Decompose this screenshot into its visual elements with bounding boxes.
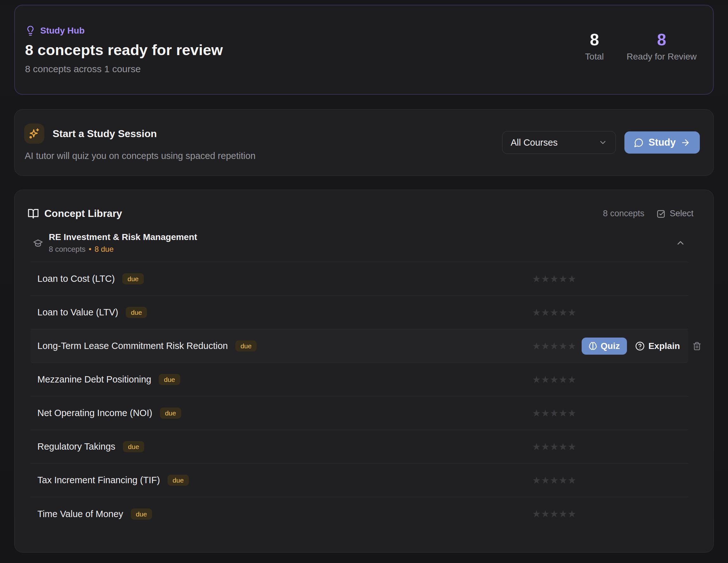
brain-icon bbox=[589, 342, 597, 350]
due-badge: due bbox=[168, 475, 189, 486]
concept-name: Regulatory Takings bbox=[37, 441, 115, 452]
concept-name: Loan to Value (LTV) bbox=[37, 307, 118, 317]
meta-separator: • bbox=[89, 245, 91, 254]
course-due-count: 8 due bbox=[94, 245, 113, 254]
course-concept-count: 8 concepts bbox=[49, 245, 86, 254]
row-actions: Quiz Explain bbox=[578, 337, 688, 355]
due-badge: due bbox=[131, 509, 152, 520]
star-icon: ★ bbox=[532, 308, 541, 317]
page-subtitle: 8 concepts across 1 course bbox=[25, 64, 223, 74]
star-icon: ★ bbox=[532, 442, 541, 451]
page-title: 8 concepts ready for review bbox=[25, 41, 223, 59]
rating-stars: ★★★★★ bbox=[532, 442, 578, 451]
library-title: Concept Library bbox=[44, 208, 122, 220]
study-hub-card: Study Hub 8 concepts ready for review 8 … bbox=[14, 5, 714, 95]
due-badge: due bbox=[123, 441, 144, 452]
explain-button[interactable]: Explain bbox=[635, 341, 680, 351]
star-icon: ★ bbox=[541, 375, 550, 384]
star-icon: ★ bbox=[541, 341, 550, 351]
course-name: RE Investment & Risk Management bbox=[49, 232, 197, 242]
chat-bubble-icon bbox=[634, 138, 644, 148]
quiz-button-label: Quiz bbox=[601, 341, 620, 351]
star-icon: ★ bbox=[532, 274, 541, 284]
concept-row[interactable]: Regulatory Takings due ★★★★★ bbox=[30, 430, 688, 464]
star-icon: ★ bbox=[568, 274, 576, 284]
star-icon: ★ bbox=[559, 442, 567, 451]
explain-button-label: Explain bbox=[648, 341, 680, 351]
due-badge: due bbox=[159, 374, 180, 385]
concept-name: Time Value of Money bbox=[37, 509, 123, 519]
star-icon: ★ bbox=[550, 375, 559, 384]
rating-stars: ★★★★★ bbox=[532, 375, 578, 384]
concept-name: Tax Increment Financing (TIF) bbox=[37, 475, 160, 485]
star-icon: ★ bbox=[568, 375, 576, 384]
select-button-label: Select bbox=[670, 209, 693, 219]
star-icon: ★ bbox=[568, 408, 576, 418]
concept-row[interactable]: Mezzanine Debt Positioning due ★★★★★ bbox=[30, 363, 688, 396]
concept-row[interactable]: Tax Increment Financing (TIF) due ★★★★★ bbox=[30, 464, 688, 497]
rating-stars: ★★★★★ bbox=[532, 509, 578, 519]
star-icon: ★ bbox=[550, 341, 559, 351]
rating-stars: ★★★★★ bbox=[532, 476, 578, 485]
concept-count: 8 concepts bbox=[603, 209, 644, 219]
book-open-icon bbox=[28, 208, 39, 220]
star-icon: ★ bbox=[550, 442, 559, 451]
concept-row[interactable]: Loan to Cost (LTC) due ★★★★★ bbox=[30, 262, 688, 296]
stat-total: 8 Total bbox=[585, 31, 604, 61]
star-icon: ★ bbox=[532, 476, 541, 485]
concept-row[interactable]: Long-Term Lease Commitment Risk Reductio… bbox=[30, 329, 688, 363]
chevron-down-icon bbox=[598, 138, 607, 147]
sparkles-icon bbox=[24, 124, 44, 144]
star-icon: ★ bbox=[541, 308, 550, 317]
star-icon: ★ bbox=[541, 476, 550, 485]
rating-stars: ★★★★★ bbox=[532, 308, 578, 317]
rating-stars: ★★★★★ bbox=[532, 274, 578, 284]
graduation-cap-icon bbox=[33, 238, 43, 248]
concept-row[interactable]: Loan to Value (LTV) due ★★★★★ bbox=[30, 296, 688, 329]
course-group-header[interactable]: RE Investment & Risk Management 8 concep… bbox=[30, 228, 688, 262]
concept-library-card: Concept Library 8 concepts Select RE Inv… bbox=[14, 190, 714, 553]
star-icon: ★ bbox=[568, 442, 576, 451]
star-icon: ★ bbox=[568, 509, 576, 519]
study-button-label: Study bbox=[648, 137, 676, 148]
star-icon: ★ bbox=[550, 408, 559, 418]
delete-concept-button[interactable] bbox=[693, 342, 701, 350]
lightbulb-icon bbox=[25, 25, 36, 36]
concept-name: Net Operating Income (NOI) bbox=[37, 408, 152, 418]
star-icon: ★ bbox=[568, 308, 576, 317]
star-icon: ★ bbox=[532, 509, 541, 519]
concept-row[interactable]: Time Value of Money due ★★★★★ bbox=[30, 497, 688, 531]
rating-stars: ★★★★★ bbox=[532, 341, 578, 351]
star-icon: ★ bbox=[568, 341, 576, 351]
stat-total-value: 8 bbox=[590, 31, 599, 49]
star-icon: ★ bbox=[559, 375, 567, 384]
star-icon: ★ bbox=[559, 476, 567, 485]
concept-list: Loan to Cost (LTC) due ★★★★★ Loan to Val… bbox=[30, 262, 688, 531]
checkbox-check-icon bbox=[656, 209, 666, 219]
concept-name: Mezzanine Debt Positioning bbox=[37, 374, 151, 385]
star-icon: ★ bbox=[550, 274, 559, 284]
concept-name: Long-Term Lease Commitment Risk Reductio… bbox=[37, 341, 228, 351]
star-icon: ★ bbox=[541, 509, 550, 519]
quiz-button[interactable]: Quiz bbox=[582, 337, 627, 355]
star-icon: ★ bbox=[559, 408, 567, 418]
session-title: Start a Study Session bbox=[53, 128, 157, 140]
study-session-card: Start a Study Session AI tutor will quiz… bbox=[14, 109, 714, 176]
study-hub-label: Study Hub bbox=[40, 26, 85, 36]
concept-row[interactable]: Net Operating Income (NOI) due ★★★★★ bbox=[30, 396, 688, 430]
due-badge: due bbox=[235, 340, 257, 351]
star-icon: ★ bbox=[550, 308, 559, 317]
course-filter-dropdown[interactable]: All Courses bbox=[502, 131, 616, 154]
star-icon: ★ bbox=[541, 408, 550, 418]
course-filter-value: All Courses bbox=[511, 138, 558, 148]
star-icon: ★ bbox=[550, 509, 559, 519]
trash-icon bbox=[693, 342, 701, 350]
rating-stars: ★★★★★ bbox=[532, 408, 578, 418]
due-badge: due bbox=[126, 307, 147, 318]
chevron-up-icon[interactable] bbox=[675, 238, 686, 248]
star-icon: ★ bbox=[568, 476, 576, 485]
select-button[interactable]: Select bbox=[656, 209, 693, 219]
star-icon: ★ bbox=[559, 341, 567, 351]
study-button[interactable]: Study bbox=[624, 131, 700, 154]
star-icon: ★ bbox=[532, 341, 541, 351]
